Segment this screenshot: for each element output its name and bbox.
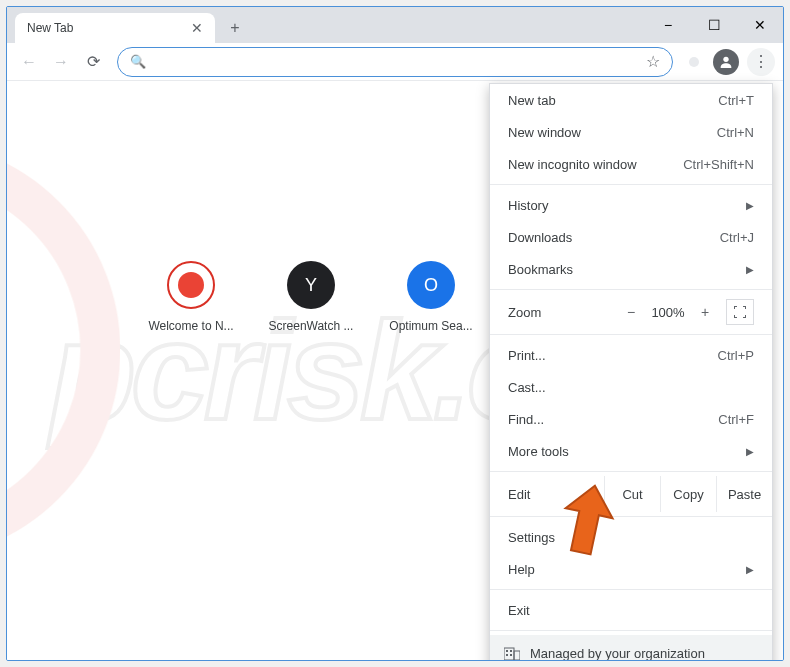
maximize-button[interactable]: ☐ — [691, 7, 737, 43]
menu-exit[interactable]: Exit — [490, 594, 772, 626]
browser-tab[interactable]: New Tab ✕ — [15, 13, 215, 43]
shortcut-tile[interactable]: Y ScreenWatch ... — [267, 261, 355, 333]
svg-rect-4 — [510, 650, 512, 652]
menu-edit: Edit Cut Copy Paste — [490, 476, 772, 512]
zoom-value: 100% — [646, 305, 690, 320]
shortcut-icon: O — [407, 261, 455, 309]
search-icon: 🔍 — [130, 54, 146, 69]
forward-button[interactable]: → — [47, 48, 75, 76]
shortcut-icon — [167, 261, 215, 309]
bookmark-star-icon[interactable]: ☆ — [646, 52, 660, 71]
svg-rect-3 — [506, 650, 508, 652]
minimize-button[interactable]: − — [645, 7, 691, 43]
shortcut-tile[interactable]: O Optimum Sea... — [387, 261, 475, 333]
menu-help[interactable]: Help ▶ — [490, 553, 772, 585]
tab-title: New Tab — [27, 21, 73, 35]
main-menu-button[interactable]: ⋮ — [747, 48, 775, 76]
svg-point-0 — [723, 56, 728, 61]
fullscreen-icon — [734, 306, 746, 318]
menu-new-window[interactable]: New window Ctrl+N — [490, 116, 772, 148]
chrome-menu: New tab Ctrl+T New window Ctrl+N New inc… — [489, 83, 773, 661]
menu-incognito[interactable]: New incognito window Ctrl+Shift+N — [490, 148, 772, 180]
edit-cut-button[interactable]: Cut — [604, 476, 660, 512]
extension-indicator[interactable] — [689, 57, 699, 67]
user-icon — [718, 54, 734, 70]
new-tab-button[interactable]: + — [221, 13, 249, 43]
menu-bookmarks[interactable]: Bookmarks ▶ — [490, 253, 772, 285]
shortcut-label: Optimum Sea... — [389, 319, 472, 333]
svg-rect-5 — [506, 654, 508, 656]
menu-separator — [490, 334, 772, 335]
menu-print[interactable]: Print... Ctrl+P — [490, 339, 772, 371]
shortcut-icon: Y — [287, 261, 335, 309]
address-bar[interactable]: 🔍 ☆ — [117, 47, 673, 77]
zoom-out-button[interactable]: − — [616, 304, 646, 320]
shortcut-label: Welcome to N... — [148, 319, 233, 333]
menu-zoom: Zoom − 100% + — [490, 294, 772, 330]
menu-managed-by-org[interactable]: Managed by your organization — [490, 635, 772, 661]
title-bar: New Tab ✕ + − ☐ ✕ — [7, 7, 783, 43]
menu-cast[interactable]: Cast... — [490, 371, 772, 403]
chevron-right-icon: ▶ — [746, 446, 754, 457]
fullscreen-button[interactable] — [726, 299, 754, 325]
chevron-right-icon: ▶ — [746, 264, 754, 275]
window-controls: − ☐ ✕ — [645, 7, 783, 43]
menu-downloads[interactable]: Downloads Ctrl+J — [490, 221, 772, 253]
menu-separator — [490, 289, 772, 290]
chevron-right-icon: ▶ — [746, 564, 754, 575]
shortcut-label: ScreenWatch ... — [269, 319, 354, 333]
menu-separator — [490, 630, 772, 631]
menu-history[interactable]: History ▶ — [490, 189, 772, 221]
profile-avatar[interactable] — [713, 49, 739, 75]
back-button[interactable]: ← — [15, 48, 43, 76]
close-tab-icon[interactable]: ✕ — [191, 20, 203, 36]
zoom-in-button[interactable]: + — [690, 304, 720, 320]
menu-find[interactable]: Find... Ctrl+F — [490, 403, 772, 435]
menu-separator — [490, 471, 772, 472]
edit-copy-button[interactable]: Copy — [660, 476, 716, 512]
chevron-right-icon: ▶ — [746, 200, 754, 211]
svg-rect-1 — [504, 648, 514, 660]
reload-button[interactable]: ⟳ — [79, 48, 107, 76]
shortcut-tile[interactable]: Welcome to N... — [147, 261, 235, 333]
svg-rect-2 — [514, 651, 520, 660]
browser-window: New Tab ✕ + − ☐ ✕ ← → ⟳ 🔍 ☆ ⋮ pcrisk.com — [6, 6, 784, 661]
close-window-button[interactable]: ✕ — [737, 7, 783, 43]
toolbar: ← → ⟳ 🔍 ☆ ⋮ — [7, 43, 783, 81]
menu-separator — [490, 184, 772, 185]
menu-settings[interactable]: Settings — [490, 521, 772, 553]
edit-paste-button[interactable]: Paste — [716, 476, 772, 512]
svg-rect-6 — [510, 654, 512, 656]
menu-new-tab[interactable]: New tab Ctrl+T — [490, 84, 772, 116]
menu-more-tools[interactable]: More tools ▶ — [490, 435, 772, 467]
building-icon — [504, 646, 520, 660]
menu-separator — [490, 589, 772, 590]
menu-separator — [490, 516, 772, 517]
